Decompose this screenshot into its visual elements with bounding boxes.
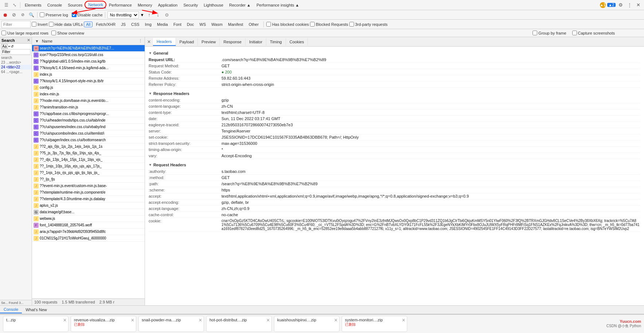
- settings-btn[interactable]: ⚙: [617, 1, 624, 9]
- extra-btn[interactable]: ⊙: [163, 11, 170, 19]
- network-item-5[interactable]: C ??kissy/k/1.4.15/import-style-min.js.t…: [32, 78, 145, 84]
- network-item-11[interactable]: C ??c/ui/header/mods/tips.css.c/ui/tab/i…: [32, 117, 145, 124]
- type-media-btn[interactable]: Media: [155, 21, 170, 27]
- network-item-21[interactable]: J ??event-min.js.event/custom-min.js.bas…: [32, 183, 145, 189]
- preserve-log-label[interactable]: Preserve log: [40, 12, 68, 17]
- network-item-25[interactable]: G data:image/gif;base...: [32, 209, 145, 215]
- blocked-requests-label[interactable]: Blocked Requests: [310, 22, 348, 27]
- large-rows-label[interactable]: Use large request rows: [1, 31, 48, 35]
- detail-tab-preview[interactable]: Preview: [198, 38, 220, 45]
- tab-application[interactable]: Application: [155, 2, 181, 8]
- filter-toggle-btn[interactable]: ⊘: [19, 11, 26, 19]
- tab-elements[interactable]: Elements: [22, 2, 44, 8]
- third-party-checkbox[interactable]: [349, 22, 354, 27]
- download-item-0[interactable]: t...zip ✕: [3, 316, 68, 332]
- network-item-16[interactable]: J ??5_js_3js_7js_9js_6js_1hjs_sjs_4js_: [32, 150, 145, 156]
- tab-performance-insights[interactable]: Performance insights ▲: [254, 2, 302, 8]
- tab-security[interactable]: Security: [180, 2, 201, 8]
- invert-label[interactable]: Invert: [32, 22, 48, 27]
- search-result-item[interactable]: 64 ...<page...: [0, 70, 32, 74]
- network-item-13[interactable]: C ??c/ui/spucombo/index.css.c/ui/itemlis…: [32, 130, 145, 137]
- refresh-icon[interactable]: ↺: [11, 44, 13, 48]
- blocked-requests-checkbox[interactable]: [310, 22, 315, 27]
- type-other-btn[interactable]: Other: [247, 21, 261, 27]
- network-item-29[interactable]: J 01CN01SgJ71H1ToWioHGwuj_i6000000: [32, 235, 145, 242]
- download-item-3[interactable]: hot-pot-distribut....zip ✕: [206, 316, 272, 332]
- network-item-4[interactable]: J index.js: [32, 71, 145, 78]
- search-network-btn[interactable]: 🔍: [28, 11, 35, 19]
- search-filter-input[interactable]: [1, 49, 31, 55]
- network-item-28[interactable]: J aria.js?appid=7e39dd4d92f393f9450d8fc: [32, 229, 145, 235]
- network-item-19[interactable]: J ??_1njs_1rjs_rjs_pjs_qjs_tjs_bjs_ijs_: [32, 170, 145, 176]
- network-item-0[interactable]: H search?q=%E8%9E%BA%E8%9B%B3%E7...: [32, 45, 145, 52]
- type-ws-btn[interactable]: WS: [197, 21, 208, 27]
- network-item-17[interactable]: J ??_djs_13js_14js_15js_11js_1bjs_vjs_: [32, 156, 145, 163]
- has-blocked-cookies-checkbox[interactable]: [266, 22, 271, 27]
- response-headers-title[interactable]: Response Headers: [149, 91, 640, 96]
- download-item-close[interactable]: ✕: [199, 318, 202, 323]
- network-item-12[interactable]: C ??c/ui/spuseries/index.css.c/ui/vbaby/…: [32, 124, 145, 130]
- tab-memory[interactable]: Memory: [135, 2, 155, 8]
- bottom-tab-whats-new[interactable]: What's New: [22, 306, 50, 313]
- type-doc-btn[interactable]: Doc: [185, 21, 196, 27]
- detail-panel-close[interactable]: ✕: [145, 39, 153, 45]
- tab-console[interactable]: Console: [44, 2, 65, 8]
- network-item-1[interactable]: C icon??tsrp/233/fest.css.tsrp/116/util.…: [32, 52, 145, 58]
- network-item-24[interactable]: J aplus_v2.js: [32, 202, 145, 209]
- hide-data-urls-label[interactable]: Hide data URLs: [49, 22, 83, 27]
- network-item-6[interactable]: J config.js: [32, 84, 145, 91]
- search-result-item[interactable]: search: [0, 55, 32, 60]
- network-item-3[interactable]: C ??kissy/k/1.4.16/seed-min.js.kg/kmd-ad…: [32, 65, 145, 71]
- hide-data-urls-checkbox[interactable]: [49, 22, 54, 27]
- type-css-btn[interactable]: CSS: [129, 21, 142, 27]
- download-item-close[interactable]: ✕: [334, 318, 338, 323]
- type-font-btn[interactable]: Font: [171, 21, 184, 27]
- detail-tab-response[interactable]: Response: [220, 38, 246, 45]
- type-js-btn[interactable]: JS: [119, 21, 128, 27]
- capture-screenshots-checkbox[interactable]: [572, 31, 577, 35]
- download-item-5[interactable]: system-monitori....zip 已删除 ✕: [342, 316, 407, 332]
- detail-tab-headers[interactable]: Headers: [153, 38, 176, 46]
- network-item-23[interactable]: J ??xtemplate/4.3.0/runtime-min.js.datal…: [32, 196, 145, 202]
- search-panel-close[interactable]: ✕: [27, 38, 30, 43]
- network-item-2[interactable]: C ??kg/global-util/1.0.5/index-min.css.k…: [32, 58, 145, 65]
- download-item-close[interactable]: ✕: [402, 318, 405, 323]
- network-item-14[interactable]: C ??c/ui/pager/index.css.c/ui/bottomsear…: [32, 137, 145, 143]
- download-item-2[interactable]: snail-powder-ma....zip ✕: [138, 316, 204, 332]
- close-devtools-btn[interactable]: ✕: [635, 1, 642, 9]
- type-manifest-btn[interactable]: Manifest: [226, 21, 246, 27]
- tab-recorder[interactable]: Recorder ▲: [226, 2, 254, 8]
- detail-tab-initiator[interactable]: Initiator: [246, 38, 266, 45]
- search-result-item[interactable]: 23 ...words>: [0, 60, 32, 65]
- detail-tab-payload[interactable]: Payload: [176, 38, 198, 45]
- network-item-27[interactable]: F font_1404888168_2057645.woff: [32, 222, 145, 229]
- import-btn[interactable]: ↑: [146, 11, 153, 19]
- throttle-select[interactable]: No throttling: [107, 11, 139, 19]
- download-item-1[interactable]: revenue-visualiza....zip 已删除 ✕: [71, 316, 136, 332]
- network-item-8[interactable]: J ??node-min.js.dom/base-min.js.event/do…: [32, 98, 145, 104]
- popout-icon[interactable]: ⤡: [11, 3, 19, 8]
- type-fetch-btn[interactable]: Fetch/XHR: [94, 21, 118, 27]
- tab-network[interactable]: Network: [86, 2, 106, 8]
- general-section-title[interactable]: General: [149, 51, 640, 55]
- group-by-frame-label[interactable]: Group by frame: [533, 31, 566, 35]
- download-item-close[interactable]: ✕: [131, 318, 134, 323]
- download-item-close[interactable]: ✕: [266, 318, 270, 323]
- bottom-tab-console[interactable]: Console: [0, 306, 22, 313]
- clear-btn[interactable]: ⊘: [10, 11, 17, 19]
- expand-icon[interactable]: ☰: [2, 3, 11, 8]
- resize-handle[interactable]: ⋮: [138, 39, 143, 43]
- tab-lighthouse[interactable]: Lighthouse: [201, 2, 226, 8]
- type-wasm-btn[interactable]: Wasm: [209, 21, 225, 27]
- disable-cache-label[interactable]: Disable cache: [72, 12, 103, 17]
- network-item-20[interactable]: J ??_ljs_fjs: [32, 176, 145, 183]
- sort-arrow[interactable]: ▼: [34, 39, 40, 43]
- group-by-frame-checkbox[interactable]: [533, 31, 537, 35]
- throttle-dropdown-icon[interactable]: ▼: [140, 13, 144, 17]
- has-blocked-cookies-label[interactable]: Has blocked cookies: [266, 22, 309, 27]
- network-item-26[interactable]: J webww.js: [32, 215, 145, 222]
- type-img-btn[interactable]: Img: [143, 21, 154, 27]
- network-item-10[interactable]: C ??c/app/base.css.c/libs/nprogress/npro…: [32, 111, 145, 117]
- dot-icon[interactable]: •: [8, 44, 10, 48]
- third-party-label[interactable]: 3rd-party requests: [349, 22, 388, 27]
